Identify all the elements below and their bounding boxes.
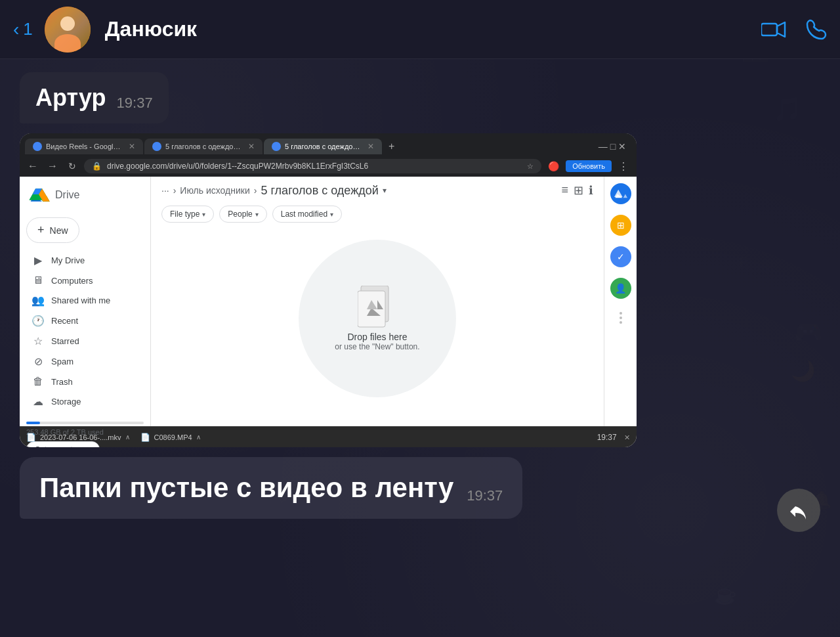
new-tab-button[interactable]: + xyxy=(383,137,400,156)
filter-lastmod-label: Last modified xyxy=(281,209,327,219)
drive-logo-text: Drive xyxy=(55,189,79,201)
text-message-bubble: Папки пустые с видео в ленту 19:37 xyxy=(20,457,522,519)
sidebar-item-trash[interactable]: 🗑 Trash xyxy=(26,372,144,391)
header-left: ‹ 1 Данюсик xyxy=(13,7,761,53)
tasks-icon[interactable]: ✓ xyxy=(610,246,631,267)
starred-label: Starred xyxy=(51,336,79,346)
update-button[interactable]: Обновить xyxy=(566,160,612,172)
drive-drop-icon xyxy=(358,286,397,332)
filter-filetype-label: File type xyxy=(170,209,200,219)
avatar-image xyxy=(45,7,91,53)
dot3 xyxy=(620,321,622,324)
browser-tab-1[interactable]: Видео Reels - Google Drive ✕ xyxy=(25,139,143,154)
recent-label: Recent xyxy=(51,316,78,326)
filter-lastmod-arrow: ▾ xyxy=(330,211,333,218)
tab-close-1[interactable]: ✕ xyxy=(129,142,135,151)
breadcrumb-dots: ··· xyxy=(161,185,169,196)
drop-zone-circle: Drop files here or use the "New" button. xyxy=(299,240,456,397)
new-plus-icon: + xyxy=(37,223,45,237)
drop-subtext: or use the "New" button. xyxy=(335,342,419,351)
phone-icon xyxy=(806,19,827,40)
people-symbol: 👤 xyxy=(615,283,626,294)
browser-tab-2[interactable]: 5 глаголов с одеждой - Googl... ✕ xyxy=(144,139,262,154)
reply-button[interactable] xyxy=(777,489,820,532)
screenshot-close-x[interactable]: ✕ xyxy=(624,433,630,441)
drive-screenshot: Видео Reels - Google Drive ✕ 5 глаголов … xyxy=(20,133,637,447)
back-count: 1 xyxy=(23,19,32,39)
text-message-time: 19:37 xyxy=(467,487,503,504)
secure-icon: 🔒 xyxy=(92,162,102,171)
drive-filters: File type ▾ People ▾ Last modified ▾ xyxy=(161,206,593,223)
info-icon[interactable]: ℹ xyxy=(589,183,593,198)
contact-name[interactable]: Данюсик xyxy=(105,17,197,41)
profile-avatar-small: 🔴 xyxy=(545,161,562,171)
file-arrow-2: ∧ xyxy=(196,433,201,441)
bookmark-icon: ☆ xyxy=(527,162,534,171)
sheets-icon-symbol: ⊞ xyxy=(617,220,625,231)
file-icon-1: 📄 xyxy=(26,433,36,442)
file-item-1: 📄 2023-07-06 16-06-....mkv ∧ xyxy=(26,433,130,442)
back-nav-button[interactable]: ← xyxy=(25,160,41,172)
filter-file-type[interactable]: File type ▾ xyxy=(161,206,214,223)
filter-people-arrow: ▾ xyxy=(255,211,259,218)
breadcrumb-sep2: › xyxy=(254,185,257,196)
mydrive-icon: ▶ xyxy=(32,254,45,267)
browser-tab-3[interactable]: 5 глаголов с одеждой - Googl... ✕ xyxy=(264,139,382,154)
sidebar-item-starred[interactable]: ☆ Starred xyxy=(26,332,144,351)
address-bar[interactable]: 🔒 drive.google.com/drive/u/0/folders/1--… xyxy=(84,159,541,173)
window-controls: — □ ✕ xyxy=(593,139,631,154)
video-call-button[interactable] xyxy=(761,20,786,39)
sender-time: 19:37 xyxy=(117,95,153,112)
dot1 xyxy=(620,312,622,315)
get-more-storage-button[interactable]: Get more storage xyxy=(26,441,100,447)
file-name-1: 2023-07-06 16-06-....mkv xyxy=(40,433,121,441)
drive-folder-header: ··· › Июль исходники › 5 глаголов с одеж… xyxy=(161,183,593,198)
phone-call-button[interactable] xyxy=(806,19,827,40)
dot2 xyxy=(620,317,622,319)
drive-view-actions: ≡ ⊞ ℹ xyxy=(561,183,593,198)
browser-chrome: Видео Reels - Google Drive ✕ 5 глаголов … xyxy=(20,133,637,177)
drive-logo: Drive xyxy=(26,183,144,207)
filter-people[interactable]: People ▾ xyxy=(219,206,266,223)
back-button[interactable]: ‹ 1 xyxy=(13,19,33,40)
breadcrumb-parent[interactable]: Июль исходники xyxy=(180,185,249,196)
contact-avatar[interactable] xyxy=(45,7,91,53)
sidebar-item-computers[interactable]: 🖥 Computers xyxy=(26,271,144,290)
filter-filetype-arrow: ▾ xyxy=(202,211,205,218)
header-right xyxy=(761,19,827,40)
file-icon-2: 📄 xyxy=(140,433,150,442)
tab-title-2: 5 глаголов с одеждой - Googl... xyxy=(165,143,242,150)
tab-title-1: Видео Reels - Google Drive xyxy=(46,143,122,150)
sidebar-item-storage[interactable]: ☁ Storage xyxy=(26,392,144,411)
drive-app-icon[interactable] xyxy=(610,183,631,204)
file-name-2: C0869.MP4 xyxy=(154,433,192,441)
folder-dropdown-icon[interactable]: ▾ xyxy=(383,186,387,195)
browser-toolbar: ← → ↻ 🔒 drive.google.com/drive/u/0/folde… xyxy=(20,156,637,177)
browser-tabs: Видео Reels - Google Drive ✕ 5 глаголов … xyxy=(20,133,637,156)
address-bar-icons: ☆ xyxy=(527,162,534,171)
spam-icon: ⊘ xyxy=(32,355,45,368)
drive-right-panel: ⊞ ✓ 👤 xyxy=(604,177,637,426)
new-folder-button[interactable]: + New xyxy=(26,217,79,243)
sheets-app-icon[interactable]: ⊞ xyxy=(610,215,631,236)
computers-label: Computers xyxy=(51,276,93,286)
filter-people-label: People xyxy=(228,209,252,219)
tab-close-3[interactable]: ✕ xyxy=(368,142,374,151)
drop-text: Drop files here xyxy=(347,332,407,342)
storage-icon: ☁ xyxy=(32,395,45,408)
url-text: drive.google.com/drive/u/0/folders/1--Zs… xyxy=(107,162,522,171)
filter-last-modified[interactable]: Last modified ▾ xyxy=(272,206,342,223)
sidebar-item-recent[interactable]: 🕐 Recent xyxy=(26,311,144,330)
sidebar-item-mydrive[interactable]: ▶ My Drive xyxy=(26,251,144,270)
sidebar-item-shared[interactable]: 👥 Shared with me xyxy=(26,291,144,310)
reply-icon xyxy=(789,501,808,519)
filter-action-icon[interactable]: ≡ xyxy=(561,183,568,198)
tab-close-2[interactable]: ✕ xyxy=(248,142,255,151)
grid-view-icon[interactable]: ⊞ xyxy=(574,183,583,198)
forward-nav-button[interactable]: → xyxy=(45,160,60,172)
recent-icon: 🕐 xyxy=(32,315,45,327)
people-icon[interactable]: 👤 xyxy=(610,278,631,299)
refresh-button[interactable]: ↻ xyxy=(64,161,80,171)
sidebar-item-spam[interactable]: ⊘ Spam xyxy=(26,352,144,371)
trash-label: Trash xyxy=(51,377,73,387)
